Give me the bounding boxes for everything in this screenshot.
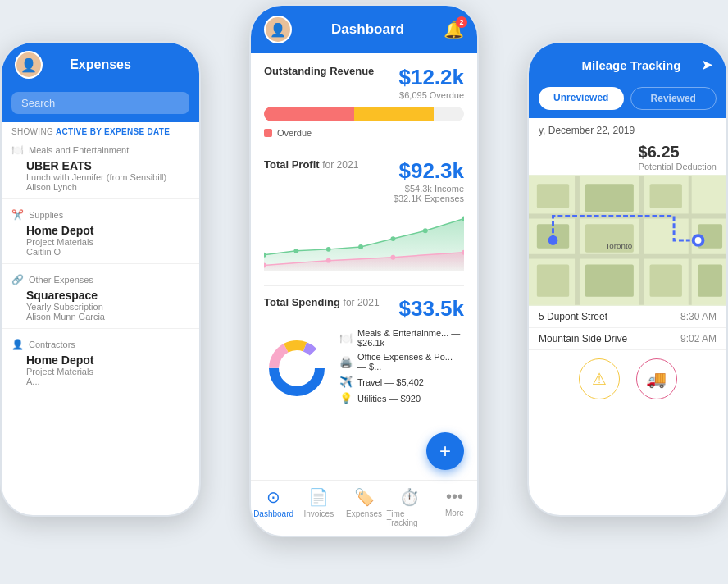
trip-address: Mountain Side Drive xyxy=(539,333,627,344)
mileage-title: Mileage Tracking xyxy=(582,58,681,72)
list-item: 🍽️ Meals & Entertainme... — $26.1k xyxy=(339,328,464,348)
travel-icon: ✈️ xyxy=(339,376,353,388)
office-label: Office Expenses & Po... — $... xyxy=(357,352,464,372)
mileage-amount-row: $6.25 Potential Deduction xyxy=(529,139,726,175)
list-item: 🖨️ Office Expenses & Po... — $... xyxy=(339,352,464,372)
city-label: Toronto xyxy=(605,241,632,250)
supplies-category-label: Supplies xyxy=(29,210,63,220)
search-input[interactable] xyxy=(11,92,189,114)
overdue-bar xyxy=(264,107,354,121)
nav-dashboard[interactable]: ⊙ Dashboard xyxy=(251,487,296,527)
send-icon[interactable]: ➤ xyxy=(701,56,713,74)
expense-person: A... xyxy=(26,376,189,386)
expense-person: Alison Lynch xyxy=(26,182,189,192)
chart-dot xyxy=(326,247,331,252)
expense-category-other: 🔗 Other Expenses xyxy=(2,269,199,287)
divider xyxy=(2,328,199,329)
tab-reviewed[interactable]: Reviewed xyxy=(630,87,717,110)
list-item[interactable]: Squarespace Yearly Subscription Alison M… xyxy=(2,287,199,323)
divider xyxy=(2,263,199,264)
expenses-nav-icon: 🏷️ xyxy=(354,487,375,507)
meals-label: Meals & Entertainme... — $26.1k xyxy=(357,328,464,348)
building xyxy=(650,265,682,297)
mileage-actions: ⚠ 🚚 xyxy=(529,350,726,408)
fab-button[interactable]: + xyxy=(426,432,464,470)
avatar: 👤 xyxy=(15,51,43,79)
deduction-label: Potential Deduction xyxy=(639,162,717,171)
building xyxy=(537,265,569,297)
expense-name: Home Depot xyxy=(26,354,189,367)
outstanding-revenue-row: Outstanding Revenue $12.2k $6,095 Overdu… xyxy=(264,65,464,100)
meals-icon: 🍽️ xyxy=(11,144,24,156)
expense-sub: Lunch with Jennifer (from Sensibill) xyxy=(26,172,189,182)
trip-row[interactable]: 5 Dupont Street 8:30 AM xyxy=(529,306,726,328)
outstanding-revenue-value: $12.2k xyxy=(398,65,464,90)
dashboard-nav-icon: ⊙ xyxy=(266,487,280,507)
total-spending-title: Total Spending for 2021 xyxy=(264,296,380,308)
expense-person: Alison Munn Garcia xyxy=(26,312,189,322)
nav-more[interactable]: ••• More xyxy=(432,487,477,527)
expenses-text: $32.1K Expenses xyxy=(394,194,464,203)
more-nav-icon: ••• xyxy=(446,487,463,506)
delivery-icon: 🚚 xyxy=(646,369,667,389)
list-item[interactable]: UBER EATS Lunch with Jennifer (from Sens… xyxy=(2,157,199,194)
expense-group-contractors: 👤 Contractors Home Depot Project Materia… xyxy=(2,334,199,388)
meals-category-label: Meals and Entertainment xyxy=(29,145,129,155)
utilities-label: Utilities — $920 xyxy=(357,394,421,404)
invoices-nav-label: Invoices xyxy=(303,509,334,518)
donut-chart xyxy=(264,335,330,401)
tab-bar: Unreviewed Reviewed xyxy=(529,87,726,118)
expense-group-other: 🔗 Other Expenses Squarespace Yearly Subs… xyxy=(2,269,199,323)
building xyxy=(537,184,569,208)
contractors-icon: 👤 xyxy=(11,339,24,350)
dashboard-title: Dashboard xyxy=(331,21,404,38)
expense-category-contractors: 👤 Contractors xyxy=(2,334,199,352)
expense-group-supplies: ✂️ Supplies Home Depot Project Materials… xyxy=(2,204,199,258)
trip-time: 8:30 AM xyxy=(680,311,717,322)
nav-expenses[interactable]: 🏷️ Expenses xyxy=(341,487,386,527)
warning-button[interactable]: ⚠ xyxy=(579,358,620,399)
supplies-icon: ✂️ xyxy=(11,209,24,221)
expense-name: Home Depot xyxy=(26,224,189,237)
income-text: $54.3k Income xyxy=(394,184,464,194)
overdue-dot xyxy=(264,129,272,137)
time-nav-icon: ⏱️ xyxy=(399,487,420,507)
nav-time-tracking[interactable]: ⏱️ Time Tracking xyxy=(387,487,432,527)
chart-dot xyxy=(390,236,395,241)
chart-dot xyxy=(358,244,363,249)
expense-sub: Project Materials xyxy=(26,367,189,376)
overdue-text: $6,095 Overdue xyxy=(398,90,464,100)
delivery-button[interactable]: 🚚 xyxy=(636,358,677,399)
profit-value: $92.3k xyxy=(394,158,464,184)
spending-list: 🍽️ Meals & Entertainme... — $26.1k 🖨️ Of… xyxy=(339,328,464,408)
dashboard-nav-label: Dashboard xyxy=(253,509,293,518)
expense-sub: Yearly Subscription xyxy=(26,302,189,312)
overdue-legend: Overdue xyxy=(264,128,464,138)
nav-invoices[interactable]: 📄 Invoices xyxy=(296,487,341,527)
list-item[interactable]: Home Depot Project Materials A... xyxy=(2,352,199,388)
meals-icon: 🍽️ xyxy=(339,332,353,344)
donut-center xyxy=(280,352,313,385)
expense-person: Caitlin O xyxy=(26,247,189,257)
notification-badge: 2 xyxy=(456,16,467,28)
mileage-header: Mileage Tracking ➤ xyxy=(529,43,726,87)
tab-unreviewed[interactable]: Unreviewed xyxy=(539,87,624,110)
expense-category-meals: 🍽️ Meals and Entertainment xyxy=(2,139,199,157)
overdue-legend-label: Overdue xyxy=(277,128,312,138)
profit-period: for 2021 xyxy=(322,159,358,171)
list-item: 💡 Utilities — $920 xyxy=(339,392,464,404)
pending-bar xyxy=(354,107,435,121)
expenses-title: Expenses xyxy=(43,57,158,72)
building xyxy=(585,265,634,297)
list-item[interactable]: Home Depot Project Materials Caitlin O xyxy=(2,222,199,258)
map-svg: Toronto xyxy=(529,175,726,306)
total-profit-row: Total Profit for 2021 $92.3k $54.3k Inco… xyxy=(264,158,464,203)
expense-name: Squarespace xyxy=(26,289,189,302)
trip-time: 9:02 AM xyxy=(680,333,717,344)
trip-row[interactable]: Mountain Side Drive 9:02 AM xyxy=(529,328,726,350)
spending-period: for 2021 xyxy=(344,297,380,308)
expenses-nav-label: Expenses xyxy=(346,509,382,518)
bell-notification[interactable]: 🔔 2 xyxy=(444,20,464,39)
time-nav-label: Time Tracking xyxy=(387,509,432,527)
list-item: ✈️ Travel — $5,402 xyxy=(339,376,464,388)
